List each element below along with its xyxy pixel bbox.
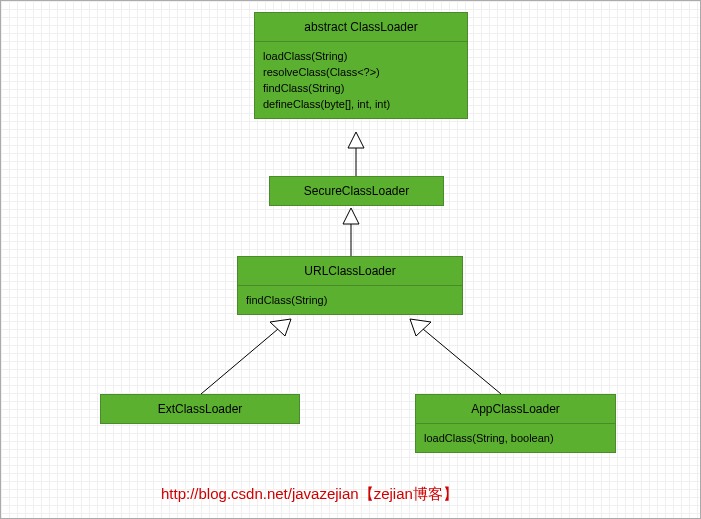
- class-box-extclassloader: ExtClassLoader: [100, 394, 300, 424]
- footer-url: http://blog.csdn.net/javazejian: [161, 485, 359, 502]
- svg-marker-1: [348, 132, 364, 148]
- svg-marker-7: [410, 319, 431, 336]
- class-title: abstract ClassLoader: [255, 13, 467, 42]
- method: findClass(String): [246, 292, 454, 308]
- svg-marker-3: [343, 208, 359, 224]
- method: loadClass(String, boolean): [424, 430, 607, 446]
- class-body: loadClass(String) resolveClass(Class<?>)…: [255, 42, 467, 118]
- method: findClass(String): [263, 80, 459, 96]
- method: resolveClass(Class<?>): [263, 64, 459, 80]
- method: defineClass(byte[], int, int): [263, 96, 459, 112]
- class-box-appclassloader: AppClassLoader loadClass(String, boolean…: [415, 394, 616, 453]
- class-body: loadClass(String, boolean): [416, 424, 615, 452]
- class-body: findClass(String): [238, 286, 462, 314]
- class-title: SecureClassLoader: [270, 177, 443, 205]
- svg-line-6: [423, 329, 501, 394]
- class-box-classloader: abstract ClassLoader loadClass(String) r…: [254, 12, 468, 119]
- footer-label: 【zejian博客】: [359, 485, 458, 502]
- footer-text: http://blog.csdn.net/javazejian【zejian博客…: [161, 485, 458, 504]
- class-title: AppClassLoader: [416, 395, 615, 424]
- diagram-canvas: abstract ClassLoader loadClass(String) r…: [0, 0, 701, 519]
- class-title: ExtClassLoader: [101, 395, 299, 423]
- class-box-secureclassloader: SecureClassLoader: [269, 176, 444, 206]
- class-title: URLClassLoader: [238, 257, 462, 286]
- svg-line-4: [201, 329, 278, 394]
- svg-marker-5: [270, 319, 291, 336]
- class-box-urlclassloader: URLClassLoader findClass(String): [237, 256, 463, 315]
- method: loadClass(String): [263, 48, 459, 64]
